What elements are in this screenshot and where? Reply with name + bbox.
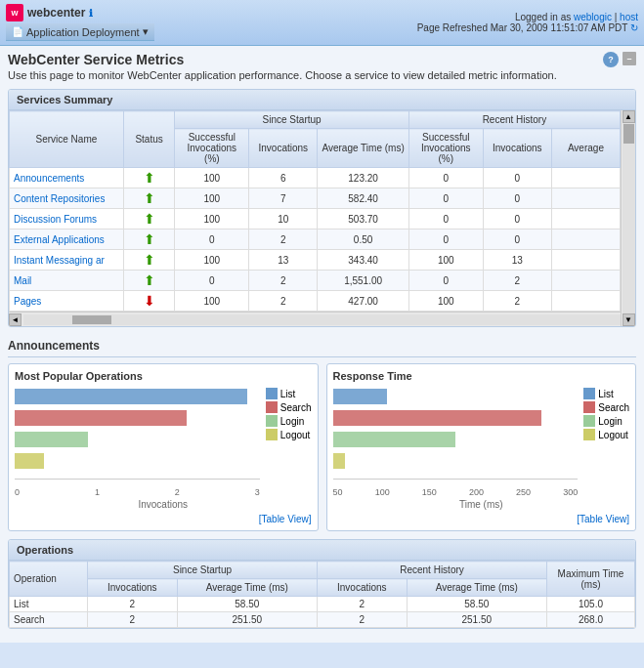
response-time-chart: Response Time — [326, 363, 637, 531]
username-link[interactable]: weblogic — [574, 12, 612, 22]
most-popular-title: Most Popular Operations — [15, 370, 312, 382]
scroll-track[interactable] — [623, 123, 635, 313]
ss-succ-pct-cell: 100 — [175, 250, 249, 271]
rh-inv-cell: 2 — [483, 271, 551, 291]
ops-ss-inv-col: Invocations — [88, 579, 178, 597]
bar-login-response — [333, 432, 455, 447]
service-status-cell: ⬆ — [123, 168, 175, 188]
vertical-scrollbar[interactable]: ▲ ▼ — [621, 110, 635, 326]
legend-item-logout: Logout — [266, 429, 312, 440]
rh-succ-pct-cell: 100 — [408, 250, 483, 271]
service-name-cell: Discussion Forums — [10, 209, 124, 230]
popular-bars-container: 0 1 2 3 — [15, 388, 260, 497]
service-status-cell: ⬆ — [123, 230, 175, 250]
service-name-link[interactable]: Discussion Forums — [14, 214, 97, 225]
response-time-title: Response Time — [333, 370, 630, 382]
ss-succ-pct-cell: 0 — [175, 271, 249, 291]
service-name-link[interactable]: Pages — [14, 296, 41, 307]
op-ss-avg-cell: 251.50 — [177, 612, 317, 628]
x-label-2: 2 — [175, 487, 180, 497]
ss-inv-col: Invocations — [249, 129, 318, 168]
horizontal-scrollbar[interactable]: ◄ ► — [9, 312, 635, 326]
service-name-link[interactable]: External Applications — [14, 234, 105, 245]
op-max-time-cell: 105.0 — [547, 597, 635, 612]
scroll-left-button[interactable]: ◄ — [9, 313, 21, 326]
popular-legend: List Search Login Logout — [266, 388, 312, 497]
x-label-50: 50 — [333, 487, 343, 497]
since-startup-header: Since Startup — [175, 111, 408, 129]
service-name-cell: Content Repositories — [10, 188, 124, 209]
page-title: WebCenter Service Metrics — [8, 52, 184, 67]
h-scroll-track[interactable] — [23, 314, 621, 325]
ss-avg-cell: 1,551.00 — [318, 271, 408, 291]
ss-inv-cell: 2 — [249, 271, 318, 291]
bar-row-list-response — [333, 388, 579, 405]
collapse-icon[interactable]: – — [623, 52, 636, 65]
rh-inv-cell: 0 — [483, 168, 551, 188]
service-name-link[interactable]: Instant Messaging ar — [14, 255, 105, 266]
scroll-down-button[interactable]: ▼ — [623, 313, 635, 326]
response-table-view-link[interactable]: [Table View] — [333, 514, 630, 524]
legend-item-login: Login — [266, 415, 312, 427]
rh-avg-cell — [551, 188, 620, 209]
service-name-cell: Announcements — [10, 168, 124, 188]
refresh-icon[interactable]: ↻ — [630, 22, 638, 33]
refresh-label: Page Refreshed — [417, 22, 488, 33]
rh-avg-cell — [551, 271, 620, 291]
op-max-time-cell: 268.0 — [547, 612, 635, 628]
page-content: WebCenter Service Metrics ? – Use this p… — [0, 46, 644, 643]
help-icon[interactable]: ? — [603, 52, 619, 67]
service-name-cell: Instant Messaging ar — [10, 250, 124, 271]
status-up-icon: ⬆ — [144, 231, 155, 247]
rh-succ-pct-col: Successful Invocations (%) — [408, 129, 483, 168]
nav-page-icon: 📄 — [12, 26, 23, 37]
header-right: Logged in as weblogic | host Page Refres… — [417, 12, 638, 33]
header-nav[interactable]: 📄 Application Deployment ▾ — [6, 23, 154, 41]
host-link[interactable]: host — [620, 12, 638, 22]
legend-item-list: List — [266, 388, 312, 399]
service-name-cell: Mail — [10, 271, 124, 291]
ss-inv-cell: 2 — [249, 291, 318, 312]
scroll-thumb[interactable] — [623, 124, 634, 144]
bar-list-response — [333, 389, 387, 404]
popular-table-view-link[interactable]: [Table View] — [15, 514, 312, 524]
ss-succ-pct-cell: 100 — [175, 291, 249, 312]
resp-legend-label-list: List — [598, 389, 614, 399]
page-icons: ? – — [603, 52, 636, 67]
info-icon[interactable]: ℹ — [89, 8, 93, 19]
ss-succ-pct-cell: 100 — [175, 188, 249, 209]
ss-inv-cell: 2 — [249, 230, 318, 250]
op-rh-avg-cell: 58.50 — [407, 597, 546, 612]
logo-text: webcenter — [27, 6, 85, 20]
services-summary-panel: Services Summary Service Name Status Sin… — [8, 89, 636, 327]
bar-row-search-response — [333, 409, 579, 427]
col-status: Status — [123, 111, 175, 168]
service-name-link[interactable]: Mail — [14, 275, 31, 286]
operations-table: Operation Since Startup Recent History M… — [9, 561, 635, 628]
op-ss-inv-cell: 2 — [88, 612, 178, 628]
scroll-up-button[interactable]: ▲ — [623, 110, 635, 123]
services-summary-header: Services Summary — [9, 90, 635, 110]
refresh-date: Mar 30, 2009 — [491, 22, 548, 33]
service-name-cell: External Applications — [10, 230, 124, 250]
rh-avg-cell — [551, 230, 620, 250]
table-row: List 2 58.50 2 58.50 105.0 — [10, 597, 635, 612]
service-status-cell: ⬆ — [123, 188, 175, 209]
x-label-200: 200 — [469, 487, 484, 497]
bar-logout-popular — [15, 453, 44, 469]
rh-inv-cell: 0 — [483, 209, 551, 230]
operations-panel: Operations Operation Since Startup Recen… — [8, 539, 636, 629]
rh-inv-cell: 0 — [483, 188, 551, 209]
nav-arrow-icon[interactable]: ▾ — [143, 25, 149, 38]
service-name-link[interactable]: Content Repositories — [14, 193, 105, 204]
page-title-row: WebCenter Service Metrics ? – — [8, 52, 636, 67]
response-bars-container: 50 100 150 200 250 300 — [333, 388, 579, 497]
rh-avg-cell — [551, 168, 620, 188]
service-name-link[interactable]: Announcements — [14, 173, 84, 184]
resp-legend-label-login: Login — [598, 416, 622, 427]
operations-header: Operations — [9, 540, 635, 561]
h-scroll-thumb[interactable] — [72, 315, 111, 324]
x-label-150: 150 — [422, 487, 437, 497]
x-axis-labels-popular: 0 1 2 3 — [15, 487, 260, 497]
ss-succ-pct-cell: 100 — [175, 168, 249, 188]
